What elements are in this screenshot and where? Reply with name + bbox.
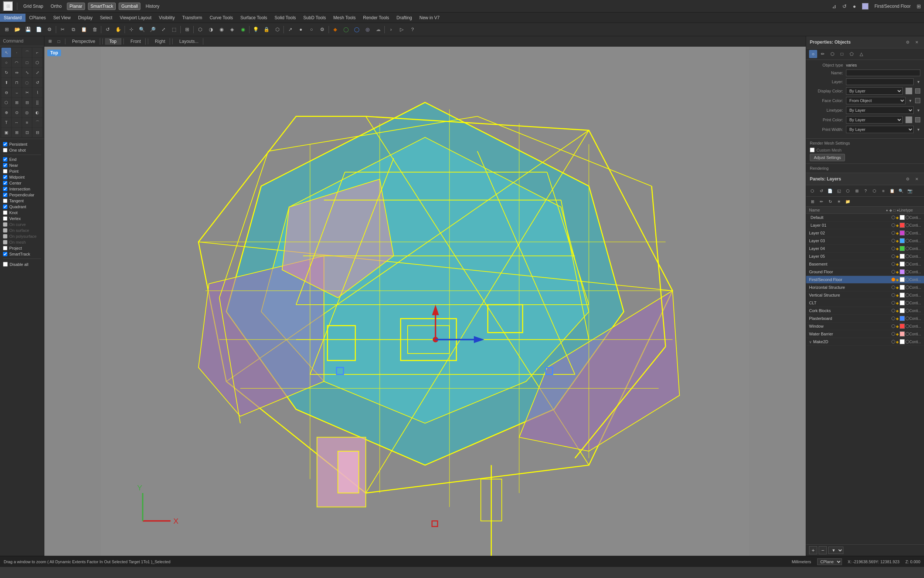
save-as-icon[interactable]: 📄	[34, 24, 44, 35]
layer-mat-ground[interactable]: ◆	[896, 270, 899, 274]
layer-row-window[interactable]: Window ◆ Conti...	[806, 323, 924, 330]
leader-tool[interactable]: ⌒	[32, 118, 42, 127]
grid-icon[interactable]: ⊞	[2, 24, 12, 35]
layer-color-01[interactable]	[900, 222, 905, 228]
render2-icon[interactable]: ◯	[341, 24, 351, 35]
gumball-button[interactable]: Gumball	[119, 3, 141, 10]
layer-row-03[interactable]: Layer 03 ◆ Conti...	[806, 237, 924, 245]
layer-row-01[interactable]: Layer 01 ◆ Conti...	[806, 221, 924, 229]
layer-vis-ground[interactable]	[892, 270, 895, 274]
pan-icon[interactable]: ✋	[113, 24, 123, 35]
snap-project-checkbox[interactable]	[3, 246, 7, 250]
snap-on-mesh[interactable]: On mesh	[3, 239, 41, 245]
record-icon[interactable]: ●	[853, 3, 856, 9]
menu-solid-tools[interactable]: Solid Tools	[271, 14, 300, 22]
snap4-tool[interactable]: ◐	[32, 108, 42, 117]
layer-print-01[interactable]	[906, 223, 909, 227]
history-button[interactable]: History	[143, 3, 162, 10]
select-icon[interactable]: ⊹	[126, 24, 136, 35]
record-tool[interactable]: ⊡	[22, 128, 32, 137]
script-tool[interactable]: ⊟	[32, 128, 42, 137]
layer-mat-vert[interactable]: ◆	[896, 293, 899, 297]
layer-mat-03[interactable]: ◆	[896, 239, 899, 243]
prop-tab-rect[interactable]: □	[838, 50, 846, 58]
layers-tool-1[interactable]: ⬡	[808, 187, 816, 195]
view-4-icon[interactable]: ⊞	[182, 24, 192, 35]
menu-mesh-tools[interactable]: Mesh Tools	[330, 14, 359, 22]
layer-vis-make2d[interactable]	[892, 340, 895, 344]
tab-front[interactable]: Front	[126, 38, 146, 45]
point-tool[interactable]: ·	[12, 48, 21, 57]
snap-vertex[interactable]: Vertex	[3, 216, 41, 221]
layer-mat-first[interactable]: ◆	[896, 278, 899, 282]
sun-icon[interactable]: ◎	[362, 24, 372, 35]
layer-row-clt[interactable]: CLT ◆ Conti...	[806, 299, 924, 307]
layer-color-02[interactable]	[900, 231, 905, 235]
color-swatch-icon[interactable]	[862, 3, 869, 10]
layers-tool-5[interactable]: ⬡	[844, 187, 852, 195]
dot-icon[interactable]: ●	[296, 24, 306, 35]
properties-settings-icon[interactable]: ⚙	[904, 39, 911, 46]
layer-vis-02[interactable]	[892, 231, 895, 235]
layer-print-window[interactable]	[906, 324, 909, 328]
snap-perpendicular[interactable]: Perpendicular	[3, 192, 41, 198]
snap-vertex-checkbox[interactable]	[3, 216, 7, 221]
layer-vis-default[interactable]	[892, 216, 895, 219]
layers-tool-12[interactable]: 📷	[906, 187, 914, 195]
dim-tool[interactable]: ↔	[12, 118, 21, 127]
chevron-icon[interactable]: ›	[386, 24, 396, 35]
trim-tool[interactable]: ✂	[22, 88, 32, 97]
snap-midpoint[interactable]: Midpoint	[3, 174, 41, 180]
layers-tool-16[interactable]: ☀	[835, 198, 843, 206]
layer-print-default[interactable]	[906, 216, 909, 219]
layer-color-04[interactable]	[900, 246, 905, 251]
paste-icon[interactable]: 📋	[79, 24, 89, 35]
open-icon[interactable]: 📂	[12, 24, 23, 35]
menu-visibility[interactable]: Visibility	[155, 14, 178, 22]
layer-color-window[interactable]	[900, 323, 905, 329]
menu-cplanes[interactable]: CPlanes	[26, 14, 50, 22]
prop-tab-triangle[interactable]: △	[857, 50, 865, 58]
layer-mat-cork[interactable]: ◆	[896, 309, 899, 313]
layer-row-water[interactable]: Water Barrier ◆ Conti...	[806, 330, 924, 338]
layer-icon[interactable]: ⬡	[272, 24, 282, 35]
layer-vis-vert[interactable]	[892, 293, 895, 297]
filter-icon[interactable]: ⊿	[832, 3, 837, 9]
fillet-tool[interactable]: ⌣	[12, 88, 21, 97]
smart-track-button[interactable]: SmartTrack	[88, 3, 116, 10]
poly-tool[interactable]: ⬡	[32, 58, 42, 67]
layer-mat-05[interactable]: ◆	[896, 255, 899, 258]
print-color-extra[interactable]	[915, 117, 920, 122]
layer-color-default[interactable]	[900, 215, 905, 220]
print-color-select[interactable]: By Layer	[846, 116, 903, 123]
menu-new-v7[interactable]: New in V7	[416, 14, 443, 22]
circle-tool[interactable]: ○	[2, 58, 11, 67]
help-icon[interactable]: ?	[407, 24, 417, 35]
layer-vis-03[interactable]	[892, 239, 895, 243]
layers-tool-7[interactable]: ?	[861, 187, 870, 195]
vp-grid-icon[interactable]: ⊞	[46, 37, 54, 45]
menu-render-tools[interactable]: Render Tools	[359, 14, 393, 22]
layer-row-default[interactable]: Default ◆ Conti...	[806, 214, 924, 221]
snap-point[interactable]: Point	[3, 168, 41, 174]
layers-tool-9[interactable]: ≡	[879, 187, 887, 195]
layer-mat-basement[interactable]: ◆	[896, 262, 899, 266]
layer-color-plaster[interactable]	[900, 316, 905, 321]
layer-row-02[interactable]: Layer 02 ◆ Conti...	[806, 229, 924, 237]
layer-color-basement[interactable]	[900, 261, 905, 266]
add-layer-button[interactable]: +	[809, 546, 817, 554]
arrow-icon[interactable]: ↗	[285, 24, 295, 35]
menu-surface-tools[interactable]: Surface Tools	[236, 14, 271, 22]
layer-vis-cork[interactable]	[892, 309, 895, 312]
layer-vis-plaster[interactable]	[892, 317, 895, 320]
layers-close-icon[interactable]: ✕	[913, 175, 920, 183]
layer-vis-05[interactable]	[892, 255, 895, 258]
menu-viewport-layout[interactable]: Viewport Layout	[116, 14, 155, 22]
snap-intersection[interactable]: Intersection	[3, 186, 41, 192]
tab-perspective[interactable]: Perspective	[68, 38, 100, 45]
text-tool[interactable]: T	[2, 118, 11, 127]
layer-mat-04[interactable]: ◆	[896, 247, 899, 251]
block-tool[interactable]: ▣	[2, 128, 11, 137]
snap-end-checkbox[interactable]	[3, 157, 7, 162]
cut-icon[interactable]: ✂	[57, 24, 68, 35]
